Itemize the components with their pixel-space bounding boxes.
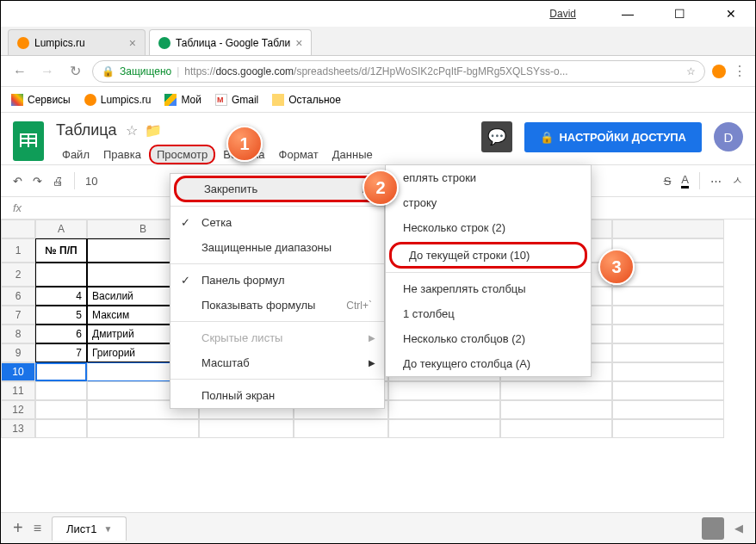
undo-button[interactable]: ↶ [13, 175, 22, 188]
menu-format[interactable]: Формат [273, 145, 325, 164]
window-titlebar: David — ☐ ✕ [1, 1, 755, 27]
menu-data[interactable]: Данные [326, 145, 379, 164]
zoom-select[interactable]: 10 [85, 175, 97, 188]
extension-icon[interactable] [712, 65, 726, 78]
app-header: Таблица ☆ 📁 Файл Правка Просмотр Вставка… [1, 113, 755, 164]
bookmarks-bar: Сервисы Lumpics.ru Мой MGmail Остальное [1, 87, 755, 113]
apps-icon [11, 94, 23, 106]
menu-item-few-cols[interactable]: Несколько столбцов (2) [386, 326, 591, 351]
freeze-submenu: еплять строки строку Несколько строк (2)… [385, 164, 592, 377]
tab-close-icon[interactable]: × [295, 36, 302, 50]
menu-file[interactable]: Файл [56, 145, 96, 164]
browser-tab[interactable]: Таблица - Google Табли × [149, 29, 312, 55]
folder-icon [272, 94, 284, 106]
submenu-arrow-icon: ▶ [369, 333, 375, 343]
explore-button[interactable] [702, 517, 724, 540]
print-button[interactable]: 🖨 [53, 175, 64, 188]
document-title[interactable]: Таблица [56, 121, 117, 139]
row-header[interactable]: 6 [1, 287, 35, 306]
comments-button[interactable]: 💬 [481, 121, 512, 152]
row-header[interactable]: 8 [1, 325, 35, 343]
select-all-corner[interactable] [1, 219, 35, 238]
gmail-icon: M [215, 94, 227, 106]
bookmark-star-icon[interactable]: ☆ [686, 65, 696, 77]
menu-item-no-cols[interactable]: Не закреплять столбцы [386, 276, 591, 301]
cell[interactable]: 4 [35, 287, 87, 306]
text-color-button[interactable]: A [681, 173, 689, 189]
menu-item-show-formulas[interactable]: Показывать формулыCtrl+` [170, 293, 384, 318]
sheets-logo-icon[interactable] [13, 121, 44, 161]
redo-button[interactable]: ↷ [33, 175, 42, 188]
scroll-left-icon[interactable]: ◀ [734, 522, 743, 535]
folder-icon[interactable]: 📁 [145, 122, 162, 139]
bookmark-apps[interactable]: Сервисы [11, 94, 71, 106]
tab-close-icon[interactable]: × [129, 36, 136, 50]
browser-tab[interactable]: Lumpics.ru × [8, 29, 146, 55]
cell[interactable]: 7 [35, 343, 87, 362]
star-icon[interactable]: ☆ [126, 122, 138, 139]
bookmark-item[interactable]: MGmail [215, 94, 258, 106]
cell[interactable]: 5 [35, 306, 87, 325]
chevron-down-icon[interactable]: ▼ [104, 524, 113, 534]
menu-icon[interactable]: ⋮ [733, 63, 747, 79]
menu-item-formula-bar[interactable]: ✓Панель формул [170, 268, 384, 293]
menu-item-hidden-sheets: Скрытые листы▶ [170, 325, 384, 350]
fx-label: fx [13, 201, 22, 214]
cell[interactable]: № П/П [35, 238, 87, 263]
favicon-icon [158, 37, 170, 49]
url-input[interactable]: 🔒 Защищено | https://docs.google.com/spr… [92, 60, 705, 83]
row-header[interactable]: 1 [1, 238, 35, 263]
row-header[interactable]: 7 [1, 306, 35, 325]
menu-item-to-current-col[interactable]: До текущего столбца (A) [386, 351, 591, 376]
reload-button[interactable]: ↻ [65, 63, 85, 79]
row-header[interactable]: 13 [1, 419, 35, 438]
menu-item-zoom[interactable]: Масштаб▶ [170, 350, 384, 375]
annotation-marker-3: 3 [598, 249, 635, 285]
menu-item-gridlines[interactable]: ✓Сетка [170, 210, 384, 235]
bookmark-item[interactable]: Остальное [272, 94, 341, 106]
row-header[interactable]: 12 [1, 400, 35, 419]
cell[interactable] [35, 362, 87, 381]
menu-item-freeze[interactable]: Закрепить▶ [174, 176, 381, 202]
forward-button[interactable]: → [37, 64, 58, 79]
menu-item-to-current-row[interactable]: До текущей строки (10) [389, 242, 587, 269]
menu-item-one-row[interactable]: строку [386, 190, 591, 215]
address-bar: ← → ↻ 🔒 Защищено | https://docs.google.c… [1, 56, 755, 87]
menu-item-protected-ranges[interactable]: Защищенные диапазоны [170, 235, 384, 260]
submenu-arrow-icon: ▶ [369, 358, 375, 368]
lock-icon: 🔒 [102, 65, 115, 77]
strikethrough-button[interactable]: S [664, 175, 672, 188]
minimize-button[interactable]: — [610, 1, 645, 27]
more-button[interactable]: ⋯ [710, 175, 722, 188]
menu-item-fullscreen[interactable]: Полный экран [170, 383, 384, 408]
share-button[interactable]: 🔒НАСТРОЙКИ ДОСТУПА [524, 122, 702, 152]
annotation-marker-1: 1 [226, 126, 263, 162]
sheet-tab[interactable]: Лист1▼ [52, 516, 127, 541]
row-header[interactable]: 11 [1, 381, 35, 400]
menu-edit[interactable]: Правка [97, 145, 147, 164]
bookmark-item[interactable]: Мой [164, 94, 201, 106]
cell[interactable] [35, 263, 87, 287]
favicon-icon [17, 37, 29, 49]
menu-item-no-rows[interactable]: еплять строки [386, 165, 591, 190]
menu-view[interactable]: Просмотр [149, 145, 215, 164]
cell[interactable]: 6 [35, 325, 87, 343]
close-button[interactable]: ✕ [714, 1, 748, 27]
back-button[interactable]: ← [9, 64, 30, 79]
account-avatar[interactable]: D [714, 122, 743, 151]
bookmark-item[interactable]: Lumpics.ru [84, 94, 152, 106]
check-icon: ✓ [181, 274, 190, 287]
all-sheets-button[interactable]: ≡ [34, 521, 41, 536]
column-header[interactable] [612, 219, 724, 238]
expand-button[interactable]: ㅅ [732, 173, 743, 189]
menu-item-few-rows[interactable]: Несколько строк (2) [386, 215, 591, 240]
lock-icon: 🔒 [540, 131, 554, 144]
row-header[interactable]: 2 [1, 263, 35, 287]
maximize-button[interactable]: ☐ [662, 1, 697, 27]
row-header-selected[interactable]: 10 [1, 362, 35, 381]
column-header[interactable]: A [35, 219, 87, 238]
drive-icon [164, 94, 177, 106]
menu-item-one-col[interactable]: 1 столбец [386, 301, 591, 326]
row-header[interactable]: 9 [1, 343, 35, 362]
add-sheet-button[interactable]: + [13, 518, 23, 538]
